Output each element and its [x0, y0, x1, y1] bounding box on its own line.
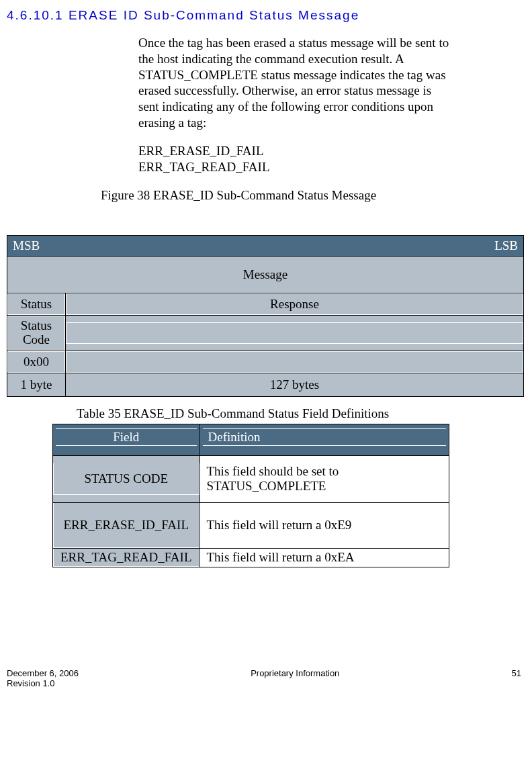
footer-page-number: 51: [512, 668, 521, 688]
msb-label: MSB: [13, 238, 40, 253]
definition-header: Definition: [200, 424, 449, 455]
definition-cell: This field will return a 0xEA: [200, 549, 449, 567]
error-item: ERR_ERASE_ID_FAIL: [138, 143, 525, 160]
status-cell: Status: [7, 293, 66, 315]
error-list: ERR_ERASE_ID_FAIL ERR_TAG_READ_FAIL: [138, 143, 525, 176]
section-heading: 4.6.10.1 ERASE ID Sub-Command Status Mes…: [7, 8, 525, 23]
byte-1-cell: 1 byte: [7, 373, 66, 396]
page-footer: December 6, 2006 Revision 1.0 Proprietar…: [7, 668, 525, 688]
table-row: ERR_ERASE_ID_FAIL This field will return…: [53, 502, 449, 548]
table-row: STATUS CODE This field should be set to …: [53, 455, 449, 502]
field-header: Field: [53, 424, 200, 455]
message-structure-table: MSB LSB Message Status Response Status C…: [7, 235, 524, 397]
message-row: Message: [7, 256, 524, 293]
footer-revision: Revision 1.0: [7, 678, 79, 688]
lsb-label: LSB: [494, 238, 518, 253]
table-caption: Table 35 ERASE_ID Sub-Command Status Fie…: [77, 406, 525, 421]
definition-cell: This field should be set to STATUS_COMPL…: [200, 456, 449, 502]
byte-127-cell: 127 bytes: [66, 373, 524, 396]
intro-paragraph: Once the tag has been erased a status me…: [138, 35, 451, 131]
empty-cell: [66, 351, 524, 373]
field-cell: ERR_ERASE_ID_FAIL: [53, 503, 200, 548]
figure-caption: Figure 38 ERASE_ID Sub-Command Status Me…: [101, 188, 525, 203]
status-code-cell: Status Code: [7, 315, 66, 351]
empty-cell: [66, 315, 524, 351]
field-cell: STATUS CODE: [53, 463, 200, 495]
footer-date: December 6, 2006: [7, 668, 79, 678]
footer-center: Proprietary Information: [251, 668, 339, 688]
table-row: ERR_TAG_READ_FAIL This field will return…: [53, 548, 449, 567]
response-cell: Response: [66, 293, 524, 315]
field-definitions-table: Field Definition STATUS CODE This field …: [52, 424, 449, 567]
value-cell: 0x00: [7, 351, 66, 373]
definition-cell: This field will return a 0xE9: [200, 503, 449, 548]
field-cell: ERR_TAG_READ_FAIL: [53, 549, 200, 567]
msb-lsb-header: MSB LSB: [7, 235, 524, 256]
error-item: ERR_TAG_READ_FAIL: [138, 159, 525, 176]
